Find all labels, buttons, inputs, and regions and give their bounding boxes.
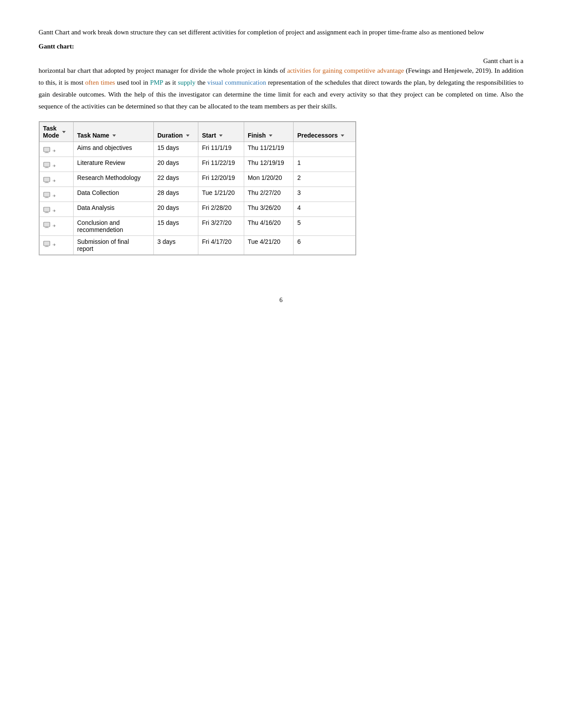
svg-rect-14 (45, 213, 49, 213)
svg-rect-10 (45, 197, 48, 198)
task-start-cell: Fri 4/17/20 (198, 236, 244, 255)
table-row: Conclusion andrecommendetion15 daysFri 3… (39, 217, 355, 236)
predecessors-dropdown-arrow[interactable] (341, 134, 344, 137)
task-finish-cell: Thu 2/27/20 (244, 187, 294, 202)
task-mode-cell (39, 217, 74, 236)
task-name-cell: Research Methodology (74, 172, 154, 187)
task-icon (43, 147, 51, 154)
duration-dropdown-arrow[interactable] (186, 134, 190, 137)
table-row: Submission of finalreport3 daysFri 4/17/… (39, 236, 355, 255)
table-header-row: TaskMode Task Name Duration (39, 122, 355, 142)
task-mode-cell (39, 236, 74, 255)
task-arrow-icon (52, 177, 56, 184)
gantt-intro-middle2: as it (165, 79, 178, 86)
task-icon (43, 241, 51, 248)
svg-rect-17 (45, 228, 49, 228)
often-times-text: often times (85, 79, 115, 86)
task-start-cell: Fri 11/1/19 (198, 142, 244, 157)
col-header-task-mode[interactable]: TaskMode (39, 122, 74, 142)
intro-paragraph: Gantt Chart and work break down structur… (39, 26, 524, 38)
col-header-predecessors[interactable]: Predecessors (294, 122, 355, 142)
svg-rect-16 (45, 227, 48, 228)
task-mode-cell (39, 202, 74, 217)
task-icon (43, 177, 51, 184)
task-duration-cell: 15 days (154, 217, 198, 236)
svg-rect-20 (45, 246, 49, 247)
task-mode-cell (39, 187, 74, 202)
task-predecessors-cell: 2 (294, 172, 355, 187)
svg-rect-9 (44, 192, 50, 197)
task-start-cell: Fri 11/22/19 (198, 157, 244, 172)
task-icon (43, 207, 51, 214)
gantt-heading: Gantt chart: (39, 43, 524, 50)
task-mode-cell (39, 157, 74, 172)
task-icon (43, 222, 51, 229)
gantt-table: TaskMode Task Name Duration (39, 122, 356, 255)
task-predecessors-cell: 6 (294, 236, 355, 255)
task-start-cell: Tue 1/21/20 (198, 187, 244, 202)
task-mode-cell (39, 142, 74, 157)
page-content: Gantt Chart and work break down structur… (39, 26, 524, 304)
task-mode-cell (39, 172, 74, 187)
task-name-cell: Conclusion andrecommendetion (74, 217, 154, 236)
task-predecessors-cell: 5 (294, 217, 355, 236)
task-finish-cell: Mon 1/20/20 (244, 172, 294, 187)
task-finish-cell: Thu 12/19/19 (244, 157, 294, 172)
task-start-cell: Fri 2/28/20 (198, 202, 244, 217)
task-predecessors-cell: 1 (294, 157, 355, 172)
supply-text: supply (178, 79, 195, 86)
start-dropdown-arrow[interactable] (219, 134, 223, 137)
col-header-start[interactable]: Start (198, 122, 244, 142)
task-arrow-icon (52, 241, 56, 248)
gantt-intro-body-text: horizontal bar chart that adopted by pro… (39, 67, 286, 74)
svg-rect-19 (45, 246, 48, 246)
gantt-intro-middle: used tool in (117, 79, 150, 86)
task-start-cell: Fri 3/27/20 (198, 217, 244, 236)
visual-communication-text: visual communication (207, 79, 266, 86)
task-arrow-icon (52, 147, 56, 154)
svg-rect-8 (45, 183, 49, 183)
gantt-table-wrapper: TaskMode Task Name Duration (39, 121, 356, 255)
task-finish-cell: Thu 11/21/19 (244, 142, 294, 157)
task-finish-cell: Thu 4/16/20 (244, 217, 294, 236)
svg-rect-4 (45, 167, 48, 168)
page-number: 6 (39, 297, 524, 304)
svg-rect-13 (45, 212, 48, 213)
task-name-dropdown-arrow[interactable] (112, 134, 116, 137)
svg-rect-3 (44, 162, 50, 167)
col-header-duration[interactable]: Duration (154, 122, 198, 142)
pmp-text: PMP (150, 79, 163, 86)
task-duration-cell: 20 days (154, 157, 198, 172)
task-arrow-icon (52, 222, 56, 229)
gantt-intro-middle3: the (197, 79, 208, 86)
table-row: Data Collection28 daysTue 1/21/20Thu 2/2… (39, 187, 355, 202)
svg-rect-2 (45, 153, 49, 153)
task-start-cell: Fri 12/20/19 (198, 172, 244, 187)
svg-rect-5 (45, 168, 49, 168)
finish-dropdown-arrow[interactable] (269, 134, 272, 137)
gantt-intro-body: horizontal bar chart that adopted by pro… (39, 65, 524, 112)
col-header-task-name[interactable]: Task Name (74, 122, 154, 142)
task-duration-cell: 15 days (154, 142, 198, 157)
task-predecessors-cell: 3 (294, 187, 355, 202)
activities-text: activities for gaining competitive advan… (287, 67, 404, 74)
gantt-intro-first-line: Gantt chart is a (39, 57, 524, 65)
table-row: Literature Review20 daysFri 11/22/19Thu … (39, 157, 355, 172)
task-icon (43, 192, 51, 199)
task-duration-cell: 3 days (154, 236, 198, 255)
task-name-cell: Data Collection (74, 187, 154, 202)
table-row: Aims and objectives15 daysFri 11/1/19Thu… (39, 142, 355, 157)
svg-rect-1 (45, 152, 48, 153)
task-name-cell: Submission of finalreport (74, 236, 154, 255)
svg-rect-15 (44, 222, 50, 227)
task-name-cell: Literature Review (74, 157, 154, 172)
svg-rect-0 (44, 147, 50, 152)
task-icon (43, 162, 51, 169)
task-name-cell: Aims and objectives (74, 142, 154, 157)
svg-rect-6 (44, 177, 50, 182)
col-header-finish[interactable]: Finish (244, 122, 294, 142)
task-arrow-icon (52, 192, 56, 199)
task-mode-dropdown-arrow[interactable] (62, 131, 66, 133)
svg-rect-11 (45, 198, 49, 198)
task-finish-cell: Thu 3/26/20 (244, 202, 294, 217)
